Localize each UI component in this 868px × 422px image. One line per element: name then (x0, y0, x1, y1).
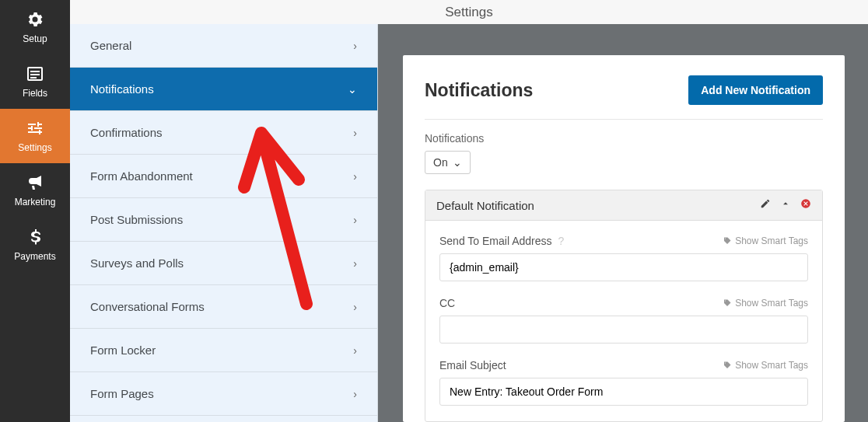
chevron-down-icon: ⌄ (453, 156, 462, 169)
iconbar-label: Payments (14, 251, 55, 262)
chevron-right-icon: › (353, 344, 357, 357)
settings-panel: Notifications Add New Notification Notif… (378, 24, 868, 422)
submenu-label: Notifications (90, 82, 154, 96)
add-notification-button[interactable]: Add New Notification (688, 75, 823, 105)
iconbar-payments[interactable]: Payments (0, 218, 70, 272)
iconbar-fields[interactable]: Fields (0, 54, 70, 109)
chevron-right-icon: › (353, 127, 357, 139)
submenu-general[interactable]: General› (70, 24, 377, 68)
iconbar-label: Settings (18, 142, 51, 153)
show-smart-tags[interactable]: Show Smart Tags (723, 298, 808, 309)
list-icon (26, 65, 44, 83)
chevron-right-icon: › (353, 301, 357, 313)
chevron-right-icon: › (353, 40, 357, 52)
cc-label: CC (439, 297, 455, 309)
notification-title: Default Notification (436, 199, 751, 212)
submenu-conversational-forms[interactable]: Conversational Forms› (70, 285, 377, 329)
page-header: Settings (70, 0, 868, 24)
iconbar: Setup Fields Settings Marketing Payments (0, 0, 70, 422)
show-smart-tags[interactable]: Show Smart Tags (723, 360, 808, 371)
settings-submenu: General› Notifications⌄ Confirmations› F… (70, 24, 378, 422)
submenu-post-submissions[interactable]: Post Submissions› (70, 198, 377, 242)
subject-input[interactable] (439, 378, 808, 406)
cc-input[interactable] (439, 316, 808, 344)
subject-label: Email Subject (439, 359, 506, 371)
submenu-label: General (90, 39, 131, 52)
send-to-input[interactable] (439, 253, 808, 281)
chevron-right-icon: › (353, 214, 357, 226)
submenu-label: Conversational Forms (90, 300, 205, 313)
show-smart-tags[interactable]: Show Smart Tags (723, 235, 808, 246)
sliders-icon (26, 119, 44, 138)
iconbar-label: Marketing (15, 197, 56, 208)
edit-icon[interactable] (760, 198, 771, 212)
chevron-right-icon: › (353, 170, 357, 183)
dollar-icon (26, 228, 44, 246)
chevron-down-icon: ⌄ (348, 83, 357, 96)
toggle-label: Notifications (425, 132, 823, 145)
submenu-label: Form Abandonment (90, 169, 193, 183)
submenu-label: Form Pages (90, 387, 154, 400)
submenu-notifications[interactable]: Notifications⌄ (70, 68, 377, 111)
submenu-label: Form Locker (90, 344, 156, 357)
submenu-confirmations[interactable]: Confirmations› (70, 111, 377, 155)
iconbar-marketing[interactable]: Marketing (0, 163, 70, 218)
chevron-right-icon: › (353, 257, 357, 270)
send-to-label: Send To Email Address? (439, 235, 564, 247)
submenu-form-pages[interactable]: Form Pages› (70, 372, 377, 416)
notifications-toggle[interactable]: On ⌄ (425, 151, 471, 174)
submenu-label: Surveys and Polls (90, 256, 184, 270)
chevron-right-icon: › (353, 388, 357, 400)
notification-block: Default Notification Send To Email Addre… (425, 190, 823, 422)
submenu-label: Confirmations (90, 126, 163, 139)
page-title: Settings (445, 5, 492, 20)
help-icon[interactable]: ? (558, 235, 565, 247)
iconbar-settings[interactable]: Settings (0, 109, 70, 163)
toggle-value: On (433, 156, 448, 169)
iconbar-label: Setup (23, 33, 47, 44)
submenu-surveys-polls[interactable]: Surveys and Polls› (70, 242, 377, 285)
submenu-form-abandonment[interactable]: Form Abandonment› (70, 155, 377, 198)
submenu-form-locker[interactable]: Form Locker› (70, 329, 377, 372)
collapse-icon[interactable] (780, 198, 791, 212)
submenu-label: Post Submissions (90, 213, 183, 226)
iconbar-label: Fields (23, 88, 47, 99)
delete-icon[interactable] (800, 198, 811, 212)
panel-title: Notifications (425, 80, 533, 101)
bullhorn-icon (26, 173, 44, 192)
iconbar-setup[interactable]: Setup (0, 0, 70, 54)
gear-icon (26, 10, 44, 29)
